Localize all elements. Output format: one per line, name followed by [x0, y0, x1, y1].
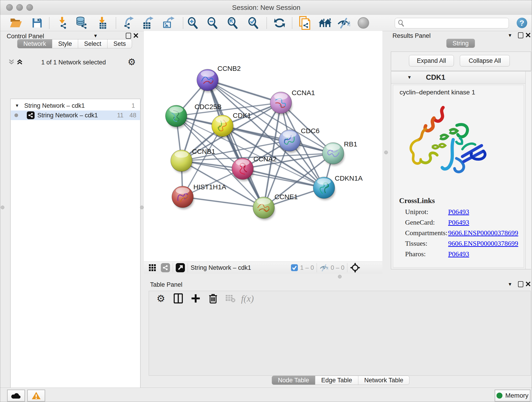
network-node-CDK1[interactable]: CDK1	[212, 112, 251, 138]
panel-float-icon[interactable]	[126, 33, 131, 39]
import-table-icon[interactable]	[95, 16, 109, 30]
results-panel-title: Results Panel	[393, 32, 431, 39]
left-splitter-handle[interactable]	[1, 206, 4, 209]
results-splitter-handle[interactable]	[384, 151, 388, 154]
tab-edge-table[interactable]: Edge Table	[315, 376, 358, 385]
crosslink-link[interactable]: 9606.ENSP00000378699	[448, 240, 518, 247]
collection-expand-icon[interactable]: ▼	[15, 103, 19, 108]
toolbar-separator	[266, 17, 267, 29]
birds-eye-view-icon[interactable]	[350, 263, 360, 273]
zoom-out-icon[interactable]	[206, 16, 219, 30]
tab-string[interactable]: String	[446, 39, 475, 48]
network-view-share-icon[interactable]	[161, 263, 170, 272]
results-buttons-box: Expand All Collapse All	[391, 51, 531, 71]
hidden-eye-slash-icon[interactable]	[320, 264, 328, 271]
control-splitter-handle[interactable]	[140, 206, 144, 209]
panel-menu-icon[interactable]: ▼	[93, 33, 98, 38]
node-label: CCNB1	[192, 148, 215, 155]
crosslink-link[interactable]: P06493	[448, 208, 469, 216]
cloud-status-button[interactable]	[7, 390, 25, 402]
network-icon	[27, 111, 35, 119]
panel-float-icon[interactable]	[518, 32, 523, 38]
clipboard-network-icon[interactable]	[298, 16, 311, 30]
network-current-dot-icon	[14, 114, 18, 117]
tab-style[interactable]: Style	[52, 39, 78, 48]
node-label: CCNA1	[292, 89, 315, 96]
protein-section-header[interactable]: ▼ CDK1	[391, 71, 525, 84]
crosslink-link[interactable]: 9606.ENSP00000378699	[448, 229, 518, 237]
add-column-icon[interactable]	[188, 291, 203, 306]
detach-view-icon[interactable]	[176, 263, 185, 272]
memory-button[interactable]: Memory	[495, 390, 530, 402]
tab-select[interactable]: Select	[78, 39, 108, 48]
section-collapse-icon[interactable]: ▼	[407, 75, 412, 80]
memory-status-dot	[496, 393, 502, 399]
panel-float-icon[interactable]	[518, 281, 523, 287]
node-label: CCNE1	[274, 193, 298, 201]
network-node-RB1[interactable]: RB1	[322, 140, 357, 166]
panel-menu-icon[interactable]: ▼	[508, 282, 512, 287]
open-session-icon[interactable]	[9, 16, 23, 30]
help-icon[interactable]: ?	[515, 16, 529, 30]
panel-close-icon[interactable]	[525, 32, 531, 38]
crosslink-link[interactable]: P06493	[448, 218, 469, 226]
warning-status-button[interactable]	[27, 390, 45, 402]
network-view-title: String Network – cdk1	[191, 264, 251, 271]
export-table-icon[interactable]	[141, 16, 154, 30]
network-node-HIST1H1A[interactable]: HIST1H1A	[172, 183, 226, 209]
crosslink-label: GeneCard:	[405, 218, 435, 226]
network-collection-row[interactable]: ▼ String Network – cdk1 1	[11, 101, 140, 110]
network-view-toolbar: String Network – cdk1 1 – 0 0 – 0	[144, 262, 382, 274]
hide-panel-eye-slash-icon[interactable]	[337, 16, 350, 30]
import-network-from-database-icon[interactable]	[75, 16, 88, 30]
expand-all-button[interactable]: Expand All	[409, 55, 454, 66]
save-session-icon[interactable]	[31, 16, 44, 30]
panel-close-icon[interactable]	[133, 33, 139, 38]
tab-node-table[interactable]: Node Table	[272, 376, 315, 385]
node-label: CCNB2	[217, 65, 241, 72]
show-columns-icon[interactable]	[171, 291, 186, 306]
import-network-icon[interactable]	[56, 16, 69, 30]
window-title: Session: New Session	[0, 4, 532, 12]
network-node-CDKN1A[interactable]: CDKN1A	[313, 174, 363, 200]
tab-sets[interactable]: Sets	[108, 39, 132, 48]
delete-column-icon[interactable]	[206, 291, 220, 306]
export-image-icon[interactable]	[162, 16, 175, 30]
apply-layout-refresh-icon[interactable]	[273, 16, 286, 30]
warning-icon	[32, 391, 41, 400]
toolbar-separator	[183, 17, 183, 29]
tab-network-table[interactable]: Network Table	[358, 376, 410, 385]
crosslink-link[interactable]: P06493	[448, 250, 469, 258]
network-row[interactable]: String Network – cdk1 11 48	[11, 110, 140, 120]
search-input[interactable]	[406, 19, 509, 27]
protein-name: CDK1	[426, 73, 445, 82]
export-network-icon[interactable]	[122, 16, 135, 30]
toolbar-search	[395, 18, 509, 28]
control-panel: Control Panel ▼ Network Style Select Set…	[3, 31, 144, 383]
delete-table-icon	[223, 291, 238, 306]
toolbar-separator	[116, 17, 116, 29]
collapse-all-button[interactable]: Collapse All	[460, 55, 510, 66]
zoom-fit-icon[interactable]	[226, 16, 239, 30]
table-settings-gear-icon[interactable]: ⚙	[153, 291, 168, 306]
protein-structure-image	[405, 103, 496, 179]
home-networks-icon[interactable]	[318, 16, 331, 30]
results-scrollbar[interactable]	[525, 71, 531, 269]
panel-menu-icon[interactable]: ▼	[508, 33, 512, 38]
zoom-selected-icon[interactable]	[247, 16, 260, 30]
node-label: CDKN1A	[335, 174, 363, 182]
collection-count: 1	[132, 102, 135, 109]
network-edge[interactable]	[183, 197, 264, 208]
tab-network[interactable]: Network	[17, 39, 52, 48]
node-label: CDC6	[301, 127, 320, 134]
zoom-in-icon[interactable]	[186, 16, 200, 30]
grid-view-icon[interactable]	[149, 264, 156, 271]
selected-counts: 1 – 0	[300, 264, 314, 271]
selected-checkbox-icon[interactable]	[291, 264, 298, 271]
toolbar-separator	[292, 17, 292, 29]
network-options-gear-icon[interactable]: ⚙	[128, 57, 136, 67]
network-node-CCNA1[interactable]: CCNA1	[270, 89, 315, 115]
protein-section: ▼ CDK1 cyclin–dependent kinase 1	[391, 71, 531, 269]
network-canvas[interactable]: CCNB2CCNA1CDC25BCDK1CDC6RB1CCNB1CCNA2CDK…	[144, 31, 382, 262]
panel-close-icon[interactable]	[525, 281, 531, 287]
